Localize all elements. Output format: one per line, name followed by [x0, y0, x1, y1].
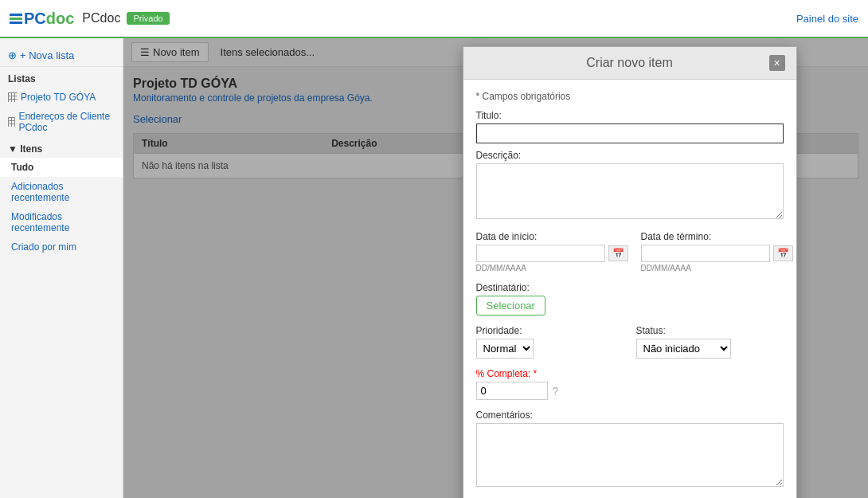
sidebar-item-projeto-td-goya[interactable]: Projeto TD GÓYA — [0, 88, 123, 107]
comentarios-label: Comentários: — [476, 410, 784, 421]
badge-privado: Privado — [127, 12, 169, 25]
pct-required-mark: * — [534, 368, 538, 379]
data-inicio-input[interactable] — [476, 245, 605, 262]
prioridade-group: Prioridade: Normal Alta Baixa — [476, 325, 624, 359]
help-icon[interactable]: ? — [553, 385, 559, 398]
sidebar-item-enderecos[interactable]: Endereços de Cliente PCdoc — [0, 107, 123, 137]
pct-group: % Completa: * ? — [476, 368, 784, 400]
data-inicio-group: Data de início: 📅 DD/MM/AAAA — [476, 231, 628, 273]
main-layout: ⊕ + Nova lista Listas Projeto TD GÓYA En… — [0, 38, 868, 498]
pct-input[interactable] — [476, 382, 548, 400]
destinatario-selecionar-button[interactable]: Selecionar — [476, 296, 545, 316]
modal-header: Criar novo item × — [463, 47, 796, 80]
top-bar: PCdoc PCdoc Privado Painel do site — [0, 0, 868, 38]
sidebar-sub-item-modificados[interactable]: Modificados recentemente — [0, 207, 123, 237]
data-termino-calendar-button[interactable]: 📅 — [773, 245, 793, 261]
listas-section-label: Listas — [0, 67, 123, 88]
grid-icon-2 — [8, 117, 15, 127]
data-inicio-wrapper: 📅 — [476, 245, 628, 262]
painel-site-link[interactable]: Painel do site — [796, 13, 858, 25]
dates-row: Data de início: 📅 DD/MM/AAAA Data de tér… — [476, 231, 784, 273]
data-inicio-label: Data de início: — [476, 231, 628, 242]
data-termino-input[interactable] — [641, 245, 770, 262]
data-inicio-hint: DD/MM/AAAA — [476, 264, 628, 273]
comentarios-textarea[interactable] — [476, 423, 784, 487]
status-group: Status: Não iniciado Em andamento Conclu… — [636, 325, 784, 359]
create-item-modal: Criar novo item × * Campos obrigatórios … — [463, 46, 797, 498]
plus-icon: ⊕ — [8, 49, 17, 61]
itens-section-label: ▼ Itens — [0, 137, 123, 158]
content-area: ☰ Novo item Itens selecionados... Projet… — [123, 38, 868, 498]
logo-icon — [10, 13, 22, 25]
data-termino-wrapper: 📅 — [641, 245, 793, 262]
destinatario-label: Destinatário: — [476, 282, 784, 293]
prioridade-select[interactable]: Normal Alta Baixa — [476, 339, 534, 359]
modal-close-button[interactable]: × — [769, 55, 785, 71]
sidebar-sub-item-criado[interactable]: Criado por mim — [0, 237, 123, 257]
sidebar: ⊕ + Nova lista Listas Projeto TD GÓYA En… — [0, 38, 123, 498]
prioridade-label: Prioridade: — [476, 325, 624, 336]
prioridade-status-row: Prioridade: Normal Alta Baixa Status: Nã… — [476, 325, 784, 359]
sidebar-sub-item-adicionados[interactable]: Adicionados recentemente — [0, 177, 123, 207]
status-select[interactable]: Não iniciado Em andamento Concluído — [636, 339, 731, 359]
app-name: PCdoc — [82, 11, 120, 25]
pct-label: % Completa: * — [476, 368, 784, 379]
grid-icon — [8, 92, 18, 102]
titulo-label: Titulo: — [476, 110, 784, 121]
data-termino-hint: DD/MM/AAAA — [641, 264, 793, 273]
required-note: * Campos obrigatórios — [476, 91, 784, 102]
logo-doc: doc — [46, 10, 75, 26]
modal-title: Criar novo item — [491, 56, 769, 70]
titulo-field-group: Titulo: — [476, 110, 784, 143]
descricao-textarea[interactable] — [476, 163, 784, 219]
logo-pc: PC — [24, 10, 46, 26]
data-termino-group: Data de término: 📅 DD/MM/AAAA — [641, 231, 793, 273]
descricao-label: Descrição: — [476, 150, 784, 161]
comentarios-group: Comentários: — [476, 410, 784, 489]
destinatario-group: Destinatário: Selecionar — [476, 282, 784, 316]
titulo-input[interactable] — [476, 124, 784, 143]
data-inicio-calendar-button[interactable]: 📅 — [608, 245, 628, 261]
modal-body: * Campos obrigatórios Titulo: Descrição:… — [463, 80, 796, 498]
descricao-field-group: Descrição: — [476, 150, 784, 222]
status-label: Status: — [636, 325, 784, 336]
pct-wrapper: ? — [476, 382, 784, 400]
data-termino-label: Data de término: — [641, 231, 793, 242]
nova-lista-button[interactable]: ⊕ + Nova lista — [0, 45, 123, 67]
logo: PCdoc — [10, 10, 74, 26]
sidebar-sub-item-tudo[interactable]: Tudo — [0, 158, 123, 177]
